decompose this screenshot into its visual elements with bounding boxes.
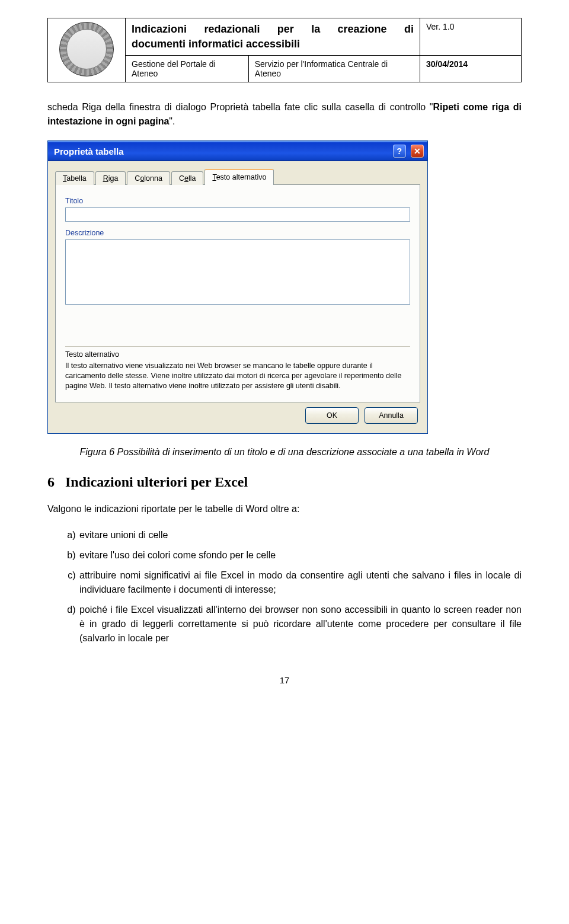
list-item: attribuire nomi significativi ai file Ex… (78, 568, 522, 597)
intro-paragraph: scheda Riga della finestra di dialogo Pr… (47, 100, 522, 129)
dialog-title: Proprietà tabella (54, 146, 124, 156)
label-descrizione: Descrizione (65, 229, 410, 237)
titolo-input[interactable] (65, 207, 410, 222)
page-number: 17 (47, 675, 522, 685)
cancel-button[interactable]: Annulla (365, 407, 418, 424)
doc-version: Ver. 1.0 (420, 18, 522, 56)
section-title: Indicazioni ulteriori per Excel (65, 474, 248, 490)
section-intro: Valgono le indicazioni riportate per le … (47, 502, 522, 516)
doc-date: 30/04/2014 (420, 56, 522, 82)
dialog-titlebar: Proprietà tabella ? ✕ (48, 141, 427, 161)
tab-testo-alternativo[interactable]: Testo alternativo (204, 169, 274, 185)
doc-title-line2: documenti informatici accessibili (132, 37, 414, 52)
document-header: Indicazioni redazionali per la creazione… (47, 18, 522, 82)
divider (65, 346, 410, 347)
close-icon[interactable]: ✕ (411, 145, 424, 158)
section-heading: 6Indicazioni ulteriori per Excel (47, 474, 522, 490)
doc-service: Servizio per l'Informatica Centrale di A… (248, 56, 420, 82)
tab-riga[interactable]: Riga (95, 171, 126, 185)
label-testo-alternativo: Testo alternativo (65, 350, 410, 359)
tab-strip: Tabella Riga Colonna Cella Testo alterna… (55, 168, 420, 185)
tab-cella[interactable]: Cella (171, 171, 204, 185)
list-item: evitare l'uso dei colori come sfondo per… (78, 548, 522, 562)
instruction-list: evitare unioni di celle evitare l'uso de… (47, 528, 522, 645)
properties-dialog: Proprietà tabella ? ✕ Tabella Riga Colon… (47, 140, 428, 434)
section-number: 6 (47, 474, 55, 490)
list-item: poiché i file Excel visualizzati all'int… (78, 603, 522, 645)
dialog-panel: Titolo Descrizione Testo alternativo Il … (55, 185, 420, 402)
label-titolo: Titolo (65, 197, 410, 205)
tab-colonna[interactable]: Colonna (127, 171, 170, 185)
university-seal (48, 18, 126, 82)
doc-department: Gestione del Portale di Ateneo (126, 56, 249, 82)
help-icon[interactable]: ? (393, 145, 406, 158)
ok-button[interactable]: OK (305, 407, 359, 424)
doc-title-line1: Indicazioni redazionali per la creazione… (132, 22, 414, 37)
tab-tabella[interactable]: Tabella (55, 171, 94, 185)
list-item: evitare unioni di celle (78, 528, 522, 542)
descrizione-input[interactable] (65, 239, 410, 305)
figure-caption: Figura 6 Possibilità di inserimento di u… (47, 446, 522, 459)
help-text: Il testo alternativo viene visualizzato … (65, 361, 410, 391)
